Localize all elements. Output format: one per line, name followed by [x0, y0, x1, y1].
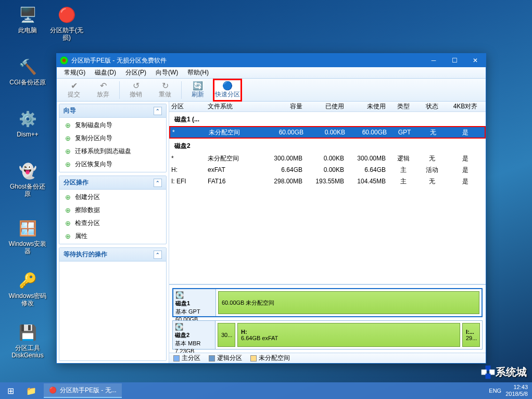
desktop-icon-dism[interactable]: ⚙️Dism++	[8, 108, 47, 138]
gear-icon: ⚙️	[17, 108, 38, 129]
menu-wizard[interactable]: 向导(W)	[151, 67, 182, 78]
primary-swatch	[173, 355, 180, 361]
desktop-icon-dg[interactable]: 💾分区工具DiskGenius	[8, 322, 47, 359]
commit-button[interactable]: ✔提交	[60, 80, 88, 101]
wizard-migrate[interactable]: ⊕迁移系统到固态磁盘	[59, 145, 166, 158]
col-type[interactable]: 类型	[388, 102, 419, 111]
refresh-button[interactable]: 🔄刷新	[184, 80, 212, 101]
wizard-panel-title: 向导	[64, 106, 76, 115]
quick-partition-button[interactable]: 🔵快速分区	[213, 79, 242, 102]
partition-block[interactable]: 30...	[218, 323, 235, 347]
ops-wipe[interactable]: ⊕擦除数据	[59, 204, 166, 217]
menu-partition[interactable]: 分区(P)	[121, 67, 150, 78]
desktop-icon-thispc[interactable]: 🖥️此电脑	[8, 4, 47, 34]
table-row[interactable]: *未分配空间300.00MB0.00KB300.00MB逻辑无是	[169, 153, 486, 164]
redo-button[interactable]: ↻重做	[151, 80, 179, 101]
menubar: 常规(G) 磁盘(D) 分区(P) 向导(W) 帮助(H)	[57, 67, 486, 79]
main-content: 分区 文件系统 容量 已使用 未使用 类型 状态 4KB对齐 磁盘1 (... …	[169, 102, 486, 363]
discard-button[interactable]: ↶放弃	[89, 80, 117, 101]
recover-icon: ⊕	[64, 160, 72, 169]
computer-icon: 🖥️	[17, 4, 38, 25]
menu-general[interactable]: 常规(G)	[60, 67, 90, 78]
menu-help[interactable]: 帮助(H)	[183, 67, 213, 78]
partition-block[interactable]: H:6.64GB exFAT	[237, 323, 460, 347]
unalloc-swatch	[250, 355, 257, 361]
ops-create[interactable]: ⊕创建分区	[59, 191, 166, 204]
check-icon: ⊕	[64, 219, 72, 228]
collapse-button[interactable]: ⌃	[154, 179, 162, 187]
ops-props[interactable]: ⊕属性	[59, 230, 166, 243]
refresh-icon: 🔄	[193, 81, 203, 90]
col-4k[interactable]: 4KB对齐	[445, 102, 486, 111]
ghost-icon: 👻	[17, 160, 38, 181]
desktop-icon-ghost[interactable]: 👻Ghost备份还原	[8, 160, 47, 197]
hammer-icon: 🔨	[17, 56, 38, 77]
undo-icon: ↺	[133, 81, 140, 90]
disk1-box[interactable]: 💽磁盘1基本 GPT60.00GB 60.00GB 未分配空间	[172, 288, 483, 317]
migrate-icon: ⊕	[64, 147, 72, 156]
collapse-button[interactable]: ⌃	[154, 251, 162, 259]
disk1-header[interactable]: 磁盘1 (...	[169, 112, 486, 126]
titlebar[interactable]: 分区助手PE版 - 无损分区免费软件 ─ ☐ ✕	[57, 54, 486, 67]
partition-table: 磁盘1 (... * 未分配空间 60.00GB 0.00KB 60.00GB …	[169, 112, 486, 284]
menu-disk[interactable]: 磁盘(D)	[91, 67, 120, 78]
app-window: 分区助手PE版 - 无损分区免费软件 ─ ☐ ✕ 常规(G) 磁盘(D) 分区(…	[56, 53, 486, 364]
col-status[interactable]: 状态	[419, 102, 445, 111]
props-icon: ⊕	[64, 232, 72, 241]
col-free[interactable]: 未使用	[346, 102, 388, 111]
app-icon: 🔴	[49, 386, 57, 394]
lang-indicator[interactable]: ENG	[489, 388, 501, 394]
table-header: 分区 文件系统 容量 已使用 未使用 类型 状态 4KB对齐	[169, 102, 486, 112]
table-row[interactable]: * 未分配空间 60.00GB 0.00KB 60.00GB GPT 无 是	[169, 126, 486, 139]
col-used[interactable]: 已使用	[305, 102, 346, 111]
taskbar-item[interactable]: 🔴分区助手PE版 - 无...	[44, 383, 122, 398]
watermark: 系统城	[483, 365, 527, 379]
clock[interactable]: 12:432018/5/8	[505, 384, 528, 397]
undo-button[interactable]: ↺撤销	[122, 80, 150, 101]
taskbar: ⊞ 📁 🔴分区助手PE版 - 无... ENG 12:432018/5/8	[0, 382, 532, 399]
collapse-button[interactable]: ⌃	[154, 107, 162, 115]
system-tray: ENG 12:432018/5/8	[489, 384, 532, 397]
col-partition[interactable]: 分区	[169, 102, 206, 111]
wizard-panel: 向导⌃ ⊕复制磁盘向导 ⊕复制分区向导 ⊕迁移系统到固态磁盘 ⊕分区恢复向导	[59, 104, 167, 172]
check-icon: ✔	[71, 81, 78, 90]
disk2-box[interactable]: 💽磁盘2基本 MBR7.23GB 30... H:6.64GB exFAT I:…	[172, 320, 483, 350]
partition-block[interactable]: 60.00GB 未分配空间	[218, 291, 479, 314]
col-fs[interactable]: 文件系统	[206, 102, 263, 111]
col-capacity[interactable]: 容量	[263, 102, 305, 111]
copy-disk-icon: ⊕	[64, 121, 72, 130]
maximize-button[interactable]: ☐	[444, 54, 465, 67]
ops-panel: 分区操作⌃ ⊕创建分区 ⊕擦除数据 ⊕检查分区 ⊕属性	[59, 176, 167, 244]
desktop-icon-wininst[interactable]: 🪟Windows安装器	[8, 218, 47, 255]
explorer-button[interactable]: 📁	[21, 382, 42, 399]
logical-swatch	[209, 355, 215, 361]
minimize-button[interactable]: ─	[423, 54, 444, 67]
disk2-header[interactable]: 磁盘2	[169, 139, 486, 153]
redo-icon: ↻	[162, 81, 169, 90]
disk-icon: 💾	[17, 322, 38, 343]
windows-icon: 🪟	[17, 218, 38, 239]
sidebar: 向导⌃ ⊕复制磁盘向导 ⊕复制分区向导 ⊕迁移系统到固态磁盘 ⊕分区恢复向导 分…	[57, 102, 169, 363]
disk-icon: 💽	[175, 291, 213, 299]
start-button[interactable]: ⊞	[0, 382, 21, 399]
wizard-copy-disk[interactable]: ⊕复制磁盘向导	[59, 119, 166, 132]
partition-block[interactable]: I:...29...	[462, 323, 480, 347]
discard-icon: ↶	[100, 81, 107, 90]
copy-part-icon: ⊕	[64, 134, 72, 143]
ops-check[interactable]: ⊕检查分区	[59, 217, 166, 230]
desktop-icon-pa[interactable]: 🔴分区助手(无损)	[47, 4, 86, 41]
table-row[interactable]: I: EFIFAT16298.00MB193.55MB104.45MB主无是	[169, 176, 486, 187]
partition-icon: 🔵	[222, 81, 233, 90]
app-icon: 🔴	[56, 4, 77, 25]
close-button[interactable]: ✕	[465, 54, 486, 67]
toolbar: ✔提交 ↶放弃 ↺撤销 ↻重做 🔄刷新 🔵快速分区	[57, 79, 486, 102]
key-icon: 🔑	[17, 270, 38, 291]
table-row[interactable]: H:exFAT6.64GB0.00KB6.64GB主活动是	[169, 164, 486, 176]
app-icon	[60, 56, 68, 65]
wizard-copy-partition[interactable]: ⊕复制分区向导	[59, 132, 166, 145]
wizard-recover[interactable]: ⊕分区恢复向导	[59, 158, 166, 171]
desktop-icon-cgi[interactable]: 🔨CGI备份还原	[8, 56, 47, 86]
pending-panel: 等待执行的操作⌃	[59, 247, 167, 361]
ops-panel-title: 分区操作	[64, 178, 88, 187]
desktop-icon-winpw[interactable]: 🔑Windows密码修改	[8, 270, 47, 307]
